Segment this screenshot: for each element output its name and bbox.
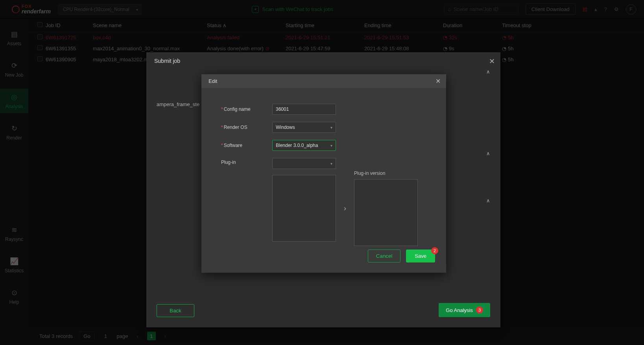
- plugin-label: Plug-in: [221, 158, 272, 165]
- save-button[interactable]: Save 2: [406, 250, 435, 262]
- close-icon[interactable]: ✕: [435, 77, 441, 85]
- step-badge: 3: [476, 306, 483, 314]
- plugin-list-left[interactable]: [272, 175, 336, 242]
- chevron-up-icon[interactable]: ∧: [486, 150, 490, 156]
- back-button[interactable]: Back: [157, 304, 194, 317]
- save-label: Save: [415, 253, 426, 259]
- edit-modal-title: Edit: [201, 74, 446, 88]
- go-analysis-label: Go Analysis: [446, 307, 473, 313]
- transfer-right-icon[interactable]: ›: [344, 204, 346, 213]
- close-icon[interactable]: ✕: [489, 57, 495, 66]
- step-badge: 2: [431, 247, 438, 254]
- render-os-select[interactable]: Windows: [272, 122, 336, 133]
- go-analysis-button[interactable]: Go Analysis 3: [439, 303, 490, 317]
- submit-modal-title: Submit job: [146, 52, 500, 70]
- render-os-label: *Render OS: [221, 125, 272, 130]
- software-select[interactable]: Blender 3.0.0_alpha: [272, 140, 336, 151]
- cancel-button[interactable]: Cancel: [368, 250, 401, 262]
- edit-config-modal: Edit ✕ *Config name *Render OS Windows *…: [201, 74, 446, 273]
- chevron-up-icon[interactable]: ∧: [486, 69, 490, 75]
- software-label: *Software: [221, 143, 272, 148]
- config-name-label: *Config name: [221, 106, 272, 112]
- config-name-input[interactable]: [272, 104, 336, 115]
- plugin-select[interactable]: [272, 158, 336, 169]
- plugin-version-label: Plug-in version: [354, 171, 418, 176]
- chevron-up-icon[interactable]: ∧: [486, 198, 490, 204]
- plugin-list-right[interactable]: [354, 179, 418, 246]
